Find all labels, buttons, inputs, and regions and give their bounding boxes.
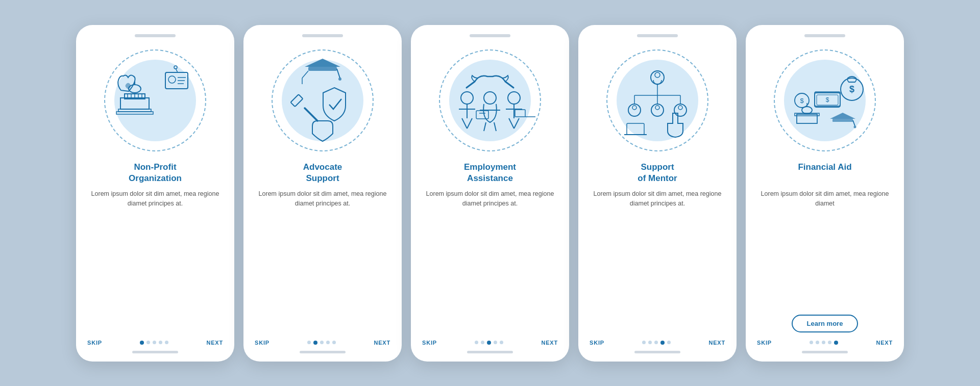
skip-label-nonprofit[interactable]: SKIP bbox=[87, 340, 102, 346]
skip-label-advocate[interactable]: SKIP bbox=[255, 340, 270, 346]
card-bottom-nonprofit: SKIP NEXT bbox=[87, 340, 223, 346]
dot-3 bbox=[654, 341, 658, 344]
phone-notch bbox=[135, 34, 176, 37]
dot-5 bbox=[834, 341, 838, 345]
dots-nonprofit bbox=[140, 341, 168, 345]
employment-svg bbox=[442, 52, 538, 149]
dot-3 bbox=[487, 341, 491, 345]
next-label-employment[interactable]: NEXT bbox=[541, 340, 558, 346]
svg-line-34 bbox=[467, 118, 472, 128]
svg-rect-35 bbox=[476, 111, 488, 119]
phone-notch-employment bbox=[470, 34, 510, 37]
card-body-advocate: Lorem ipsum dolor sit dim amet, mea regi… bbox=[255, 189, 390, 331]
dot-4 bbox=[494, 341, 497, 344]
next-label-nonprofit[interactable]: NEXT bbox=[206, 340, 223, 346]
svg-marker-75 bbox=[830, 113, 855, 119]
svg-marker-21 bbox=[305, 59, 340, 67]
dots-employment bbox=[475, 341, 503, 345]
svg-rect-0 bbox=[120, 98, 149, 109]
card-non-profit: Non-ProfitOrganization Lorem ipsum dolor… bbox=[76, 25, 234, 362]
dot-1 bbox=[475, 341, 478, 344]
svg-point-30 bbox=[461, 92, 473, 104]
phone-notch-financial bbox=[804, 34, 845, 37]
dot-1 bbox=[140, 341, 144, 345]
card-body-employment: Lorem ipsum dolor sit dim amet, mea regi… bbox=[422, 189, 558, 331]
cards-container: Non-ProfitOrganization Lorem ipsum dolor… bbox=[76, 25, 904, 362]
next-label-advocate[interactable]: NEXT bbox=[374, 340, 390, 346]
svg-text:$: $ bbox=[849, 84, 854, 94]
svg-text:$: $ bbox=[800, 97, 804, 105]
dot-2 bbox=[481, 341, 484, 344]
dot-2 bbox=[648, 341, 652, 344]
svg-rect-46 bbox=[515, 110, 525, 117]
skip-label-mentor[interactable]: SKIP bbox=[590, 340, 604, 346]
svg-text:$: $ bbox=[826, 96, 829, 104]
skip-label-financial[interactable]: SKIP bbox=[757, 340, 772, 346]
svg-rect-12 bbox=[116, 112, 153, 114]
dot-2 bbox=[146, 341, 150, 344]
dot-3 bbox=[320, 341, 324, 344]
card-title-advocate: AdvocateSupport bbox=[303, 162, 342, 184]
svg-point-23 bbox=[338, 78, 341, 81]
svg-line-24 bbox=[302, 71, 308, 78]
dot-4 bbox=[159, 341, 162, 344]
svg-line-27 bbox=[305, 108, 317, 121]
card-title-financial: Financial Aid bbox=[798, 162, 851, 184]
advocate-svg bbox=[274, 52, 371, 149]
svg-rect-74 bbox=[832, 119, 853, 122]
phone-notch-advocate bbox=[302, 34, 343, 37]
card-body-nonprofit: Lorem ipsum dolor sit dim amet, mea regi… bbox=[87, 189, 223, 331]
dot-5 bbox=[500, 341, 503, 344]
dot-4 bbox=[828, 341, 831, 344]
phone-handle-employment bbox=[467, 351, 513, 353]
dot-2 bbox=[313, 341, 317, 345]
svg-line-45 bbox=[514, 118, 519, 128]
learn-more-button[interactable]: Learn more bbox=[792, 315, 859, 332]
svg-line-39 bbox=[484, 122, 486, 131]
svg-point-56 bbox=[632, 106, 636, 110]
dots-mentor bbox=[642, 341, 671, 345]
phone-handle-advocate bbox=[300, 351, 346, 353]
dot-1 bbox=[642, 341, 646, 344]
card-body-mentor: Lorem ipsum dolor sit dim amet, mea regi… bbox=[590, 189, 725, 331]
dot-1 bbox=[307, 341, 311, 344]
card-employment: EmploymentAssistance Lorem ipsum dolor s… bbox=[411, 25, 569, 362]
card-bottom-employment: SKIP NEXT bbox=[422, 340, 558, 346]
svg-rect-20 bbox=[308, 67, 337, 71]
mentor-svg bbox=[609, 52, 706, 149]
svg-line-76 bbox=[853, 120, 855, 126]
svg-point-60 bbox=[678, 106, 682, 110]
next-label-financial[interactable]: NEXT bbox=[876, 340, 893, 346]
skip-label-employment[interactable]: SKIP bbox=[422, 340, 437, 346]
svg-line-29 bbox=[505, 82, 513, 88]
svg-line-33 bbox=[462, 118, 467, 128]
next-label-mentor[interactable]: NEXT bbox=[708, 340, 725, 346]
card-bottom-advocate: SKIP NEXT bbox=[255, 340, 390, 346]
svg-point-14 bbox=[168, 76, 176, 83]
svg-point-58 bbox=[655, 106, 659, 110]
dot-5 bbox=[667, 341, 671, 344]
svg-line-22 bbox=[337, 69, 340, 78]
dot-5 bbox=[165, 341, 168, 344]
dot-3 bbox=[822, 341, 825, 344]
dots-financial bbox=[810, 341, 838, 345]
card-mentor: Supportof Mentor Lorem ipsum dolor sit d… bbox=[578, 25, 737, 362]
phone-handle bbox=[132, 351, 178, 353]
dot-4 bbox=[660, 341, 665, 345]
illustration-advocate bbox=[266, 44, 379, 157]
card-body-financial: Lorem ipsum dolor sit dim amet, mea regi… bbox=[757, 189, 893, 310]
phone-handle-mentor bbox=[634, 351, 680, 353]
card-bottom-mentor: SKIP NEXT bbox=[590, 340, 725, 346]
svg-line-44 bbox=[509, 118, 514, 128]
card-bottom-financial: SKIP NEXT bbox=[757, 340, 893, 346]
svg-line-40 bbox=[494, 122, 496, 131]
svg-point-49 bbox=[655, 72, 660, 78]
card-title-employment: EmploymentAssistance bbox=[464, 162, 516, 184]
financial-svg: $ $ bbox=[776, 52, 873, 149]
illustration-mentor bbox=[601, 44, 714, 157]
svg-point-41 bbox=[508, 92, 520, 104]
phone-notch-mentor bbox=[637, 34, 678, 37]
svg-point-37 bbox=[484, 92, 496, 104]
illustration-financial: $ $ bbox=[769, 44, 881, 157]
svg-point-77 bbox=[854, 125, 856, 128]
